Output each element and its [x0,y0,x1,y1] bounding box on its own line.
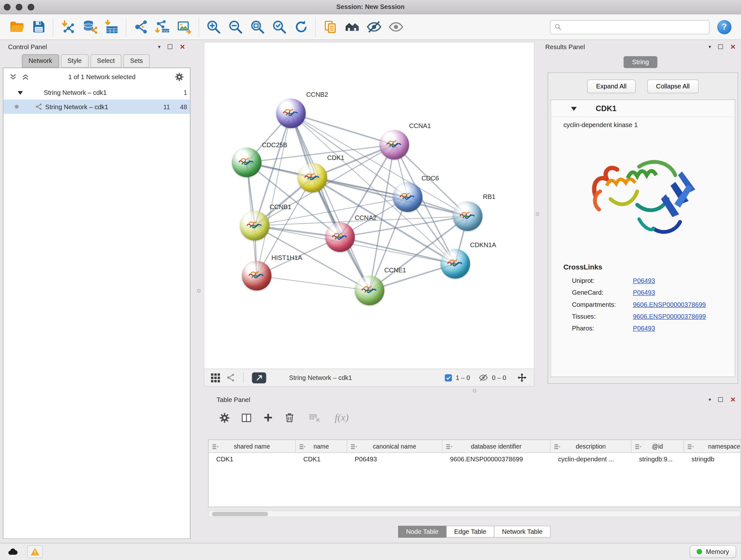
zoom-fit-button[interactable] [246,16,268,38]
table-row[interactable]: CDK1CDK1P064939606.ENSP00000378699cyclin… [209,453,741,465]
apply-layout-button[interactable] [290,16,312,38]
network-edge-CCNB2-HIST1H1A[interactable] [257,113,291,276]
column-header-id[interactable]: @id [631,440,684,452]
new-network-button[interactable] [130,16,151,38]
panel-close-icon[interactable]: ✕ [730,396,736,403]
panel-menu-icon[interactable]: ▾ [709,397,711,402]
network-edge-CCNA2-CDKN1A[interactable] [340,237,455,264]
column-header-shared-name[interactable]: shared name [209,440,296,452]
expand-all-icon[interactable] [21,72,29,80]
network-node-CCNB2[interactable] [276,99,306,128]
hidden-eye-slash-icon[interactable] [479,373,488,382]
tab-style[interactable]: Style [61,54,88,68]
network-node-RB1[interactable] [453,201,482,231]
network-node-CCNA2[interactable] [325,223,355,252]
crosslink-link[interactable]: 9606.ENSP00000378699 [633,313,706,320]
expand-all-button[interactable]: Expand All [587,79,636,93]
panel-close-icon[interactable]: ✕ [730,44,736,50]
function-builder-button[interactable]: f(x) [335,412,349,423]
add-column-icon[interactable] [262,412,274,423]
save-session-button[interactable] [28,16,50,38]
panel-float-icon[interactable] [718,397,723,402]
warnings-button[interactable] [27,545,43,558]
column-header-description[interactable]: description [550,440,631,452]
zoom-selected-button[interactable] [268,16,290,38]
tab-node-table[interactable]: Node Table [398,526,447,538]
network-node-CCNB1[interactable] [240,211,270,240]
panel-float-icon[interactable] [718,44,723,49]
network-node-CDKN1A[interactable] [441,249,470,278]
import-network-database-button[interactable] [78,16,100,38]
crosslink-link[interactable]: P06493 [633,289,655,296]
panel-close-icon[interactable]: ✕ [180,44,185,50]
panel-float-icon[interactable] [168,44,173,49]
network-canvas[interactable]: CCNB2CCNA1CDC25BCDK1CDC6RB1CCNB1CCNA2CDK… [204,42,535,369]
network-node-CDC6[interactable] [393,182,422,212]
help-button[interactable]: ? [717,20,731,34]
network-options-gear-icon[interactable] [174,71,184,81]
tab-edge-table[interactable]: Edge Table [446,526,494,538]
network-edge-HIST1H1A-CCNE1[interactable] [257,276,369,291]
network-view-icon[interactable] [226,373,235,382]
entry-header[interactable]: CDK1 [551,100,735,117]
network-node-CCNA1[interactable] [380,130,409,159]
import-table-button[interactable] [100,16,123,38]
network-collection-row[interactable]: String Network – cdk1 1 [3,85,190,100]
tab-network-table[interactable]: Network Table [494,526,551,538]
tree-expander-icon[interactable] [17,90,23,95]
table-settings-gear-icon[interactable] [219,412,230,423]
crosslink-link[interactable]: P06493 [633,325,655,332]
column-header-namespace[interactable]: namespace [684,440,741,452]
zoom-out-button[interactable] [224,16,246,38]
selected-checkbox-icon[interactable] [445,374,452,381]
grid-view-icon[interactable] [211,373,220,382]
hide-selected-button[interactable] [363,16,385,38]
network-edge-CCNB2-CCNE1[interactable] [291,113,369,291]
open-session-button[interactable] [6,16,28,38]
crosslink-link[interactable]: 9606.ENSP00000378699 [633,301,706,308]
vertical-splitter-handle[interactable] [197,289,200,292]
panel-menu-icon[interactable]: ▾ [158,44,160,49]
network-node-CDC25B[interactable] [232,147,262,177]
network-node-CCNE1[interactable] [355,276,385,305]
delete-column-icon[interactable] [284,412,295,423]
column-header-canonical-name[interactable]: canonical name [347,440,442,452]
toolbar-search[interactable] [550,20,710,34]
collapse-all-button[interactable]: Collapse All [647,79,698,93]
panel-menu-icon[interactable]: ▾ [709,44,711,49]
crosslink-link[interactable]: P06493 [633,277,655,284]
delete-table-icon[interactable] [308,412,321,423]
network-node-HIST1H1A[interactable] [242,261,272,290]
new-network-from-selection-button[interactable] [151,16,174,38]
export-image-button[interactable] [173,16,195,38]
table-horizontal-scrollbar[interactable] [208,510,741,517]
collapse-all-icon[interactable] [9,72,17,80]
copy-document-button[interactable] [319,16,341,38]
column-header-database-identifier[interactable]: database identifier [442,440,550,452]
vertical-splitter-handle[interactable] [536,212,539,215]
show-all-button[interactable] [385,16,407,38]
memory-button[interactable]: Memory [690,545,736,558]
close-window-button[interactable] [4,4,10,10]
detach-view-button[interactable] [252,372,266,383]
network-edge-CCNB2-CCNA1[interactable] [291,113,394,145]
horizontal-splitter-handle[interactable] [473,389,476,392]
collapse-entry-icon[interactable] [571,105,577,111]
pan-move-icon[interactable] [517,372,527,383]
minimize-window-button[interactable] [16,4,22,10]
show-columns-icon[interactable] [241,412,253,423]
network-node-CDK1[interactable] [298,163,327,192]
import-network-file-button[interactable] [57,16,79,38]
cloud-status-button[interactable] [5,545,21,558]
zoom-in-button[interactable] [202,16,224,38]
tab-network[interactable]: Network [22,54,59,68]
network-row-selected[interactable]: String Network – cdk1 11 48 [3,100,190,114]
scrollbar-thumb[interactable] [212,512,268,516]
tab-select[interactable]: Select [90,54,122,68]
tab-string[interactable]: String [623,56,657,68]
column-header-name[interactable]: name [296,440,347,452]
search-input[interactable] [564,23,705,30]
zoom-window-button[interactable] [28,4,35,10]
tab-sets[interactable]: Sets [124,54,150,68]
home-networks-button[interactable] [341,16,363,38]
